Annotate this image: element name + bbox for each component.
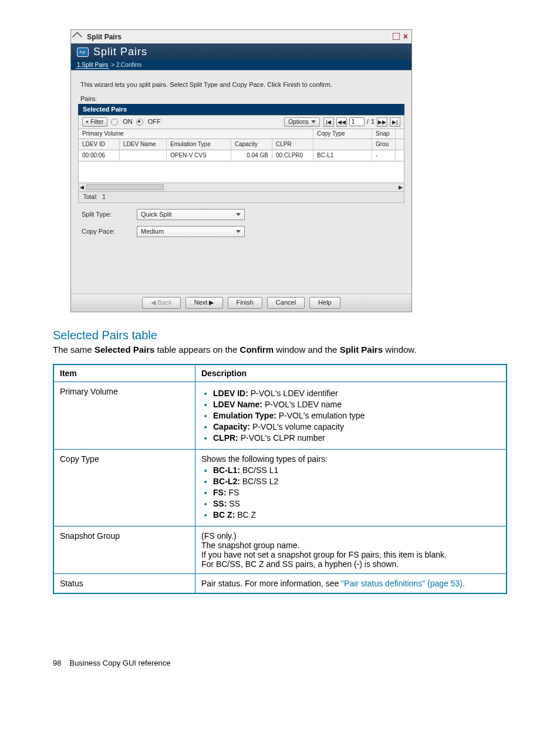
filter-off-radio[interactable] [136, 119, 143, 126]
wizard-description: This wizard lets you split pairs. Select… [80, 81, 402, 89]
item-cell: Primary Volume [53, 382, 195, 449]
cell-ldev-id: 00:00:06 [79, 150, 120, 161]
pairs-label: Pairs: [80, 95, 404, 103]
cell-emulation-type: OPEN-V CVS [167, 150, 231, 161]
table-row[interactable]: 00:00:06 OPEN-V CVS 0.04 GB 00:CLPR0 BC-… [78, 150, 404, 161]
selected-pairs-header: Selected Pairs [78, 104, 404, 115]
th-item: Item [53, 364, 195, 382]
table-row: Snapshot Group (FS only.) The snapshot g… [53, 526, 507, 573]
desc-cell: Pair status. For more information, see "… [195, 573, 507, 593]
table-row: Status Pair status. For more information… [53, 573, 507, 593]
next-button[interactable]: Next ▶ [185, 297, 223, 308]
filter-button[interactable]: Filter [82, 117, 107, 127]
page-last-button[interactable]: ▶| [390, 117, 400, 127]
chevron-down-icon [236, 230, 241, 233]
back-button[interactable]: ◀ Back [142, 297, 181, 308]
wizard-footer: ◀ Back Next ▶ Finish Cancel Help [71, 293, 411, 311]
table-empty-area [78, 161, 404, 183]
table-total-row: Total: 1 [78, 192, 404, 203]
breadcrumb-step2[interactable]: 2.Confirm [116, 62, 141, 68]
section-title: Selected Pairs table [53, 329, 507, 342]
chevron-down-icon [311, 120, 316, 123]
desc-cell: LDEV ID: P-VOL's LDEV identifier LDEV Na… [195, 382, 507, 449]
window-title: Split Pairs [87, 33, 122, 41]
filter-on-radio[interactable] [111, 119, 118, 126]
help-button[interactable]: Help [309, 297, 340, 308]
description-table: Item Description Primary Volume LDEV ID:… [53, 364, 507, 594]
breadcrumb: 1.Split Pairs > 2.Confirm [71, 60, 411, 70]
wizard-header: hp Split Pairs [71, 43, 411, 61]
pager: |◀ ◀◀ / 1 ▶▶ ▶| [323, 117, 400, 127]
table-group-header: Primary Volume Copy Type Snap [78, 129, 404, 139]
page-total: 1 [371, 118, 375, 126]
col-snapshot-sub: Grou [372, 139, 396, 150]
chevron-up-icon [86, 121, 88, 123]
table-row: Primary Volume LDEV ID: P-VOL's LDEV ide… [53, 382, 507, 449]
cell-clpr: 00:CLPR0 [272, 150, 313, 161]
split-type-row: Split Type: Quick Split [82, 209, 404, 220]
options-button[interactable]: Options [284, 117, 319, 127]
page-next-button[interactable]: ▶▶ [377, 117, 387, 127]
finish-button[interactable]: Finish [228, 297, 262, 308]
close-icon[interactable]: × [403, 32, 408, 42]
scroll-thumb[interactable] [86, 184, 164, 190]
filter-off-label: OFF [148, 118, 161, 126]
table-toolbar: Filter ON OFF Options |◀ ◀◀ / 1 ▶▶ [78, 115, 404, 129]
th-description: Description [195, 364, 507, 382]
split-pairs-wizard: Split Pairs × hp Split Pairs 1.Split Pai… [70, 29, 412, 312]
copy-pace-row: Copy Pace: Medium [82, 226, 404, 237]
scroll-left-icon[interactable]: ◀ [80, 184, 84, 191]
header-title: Split Pairs [93, 46, 147, 59]
group-primary-volume: Primary Volume [79, 129, 313, 139]
col-ldev-name[interactable]: LDEV Name [120, 139, 167, 150]
copy-pace-select[interactable]: Medium [137, 226, 245, 237]
col-emulation-type[interactable]: Emulation Type [167, 139, 231, 150]
scroll-right-icon[interactable]: ▶ [399, 184, 403, 191]
col-ldev-id[interactable]: LDEV ID [79, 139, 120, 150]
item-cell: Snapshot Group [53, 526, 195, 573]
col-clpr[interactable]: CLPR [272, 139, 313, 150]
col-capacity[interactable]: Capacity [231, 139, 272, 150]
cell-ldev-name [120, 150, 167, 161]
cell-copy-type: BC-L1 [313, 150, 372, 161]
cell-snapshot: - [372, 150, 396, 161]
page-first-button[interactable]: |◀ [323, 117, 334, 127]
page-prev-button[interactable]: ◀◀ [336, 117, 347, 127]
chapter-name: Business Copy GUI reference [69, 659, 170, 667]
breadcrumb-step1[interactable]: 1.Split Pairs [76, 62, 109, 69]
hp-logo-icon: hp [77, 48, 89, 57]
item-cell: Status [53, 573, 195, 593]
split-type-label: Split Type: [82, 211, 129, 218]
cell-capacity: 0.04 GB [231, 150, 272, 161]
collapse-icon[interactable] [72, 32, 82, 42]
table-column-header: LDEV ID LDEV Name Emulation Type Capacit… [78, 139, 404, 150]
total-value: 1 [102, 194, 106, 200]
desc-cell: Shows the following types of pairs: BC-L… [195, 449, 507, 526]
page-number: 98 [53, 659, 61, 667]
page-current-input[interactable] [349, 117, 365, 126]
group-snapshot: Snap [372, 129, 396, 139]
filter-on-label: ON [123, 118, 133, 126]
copy-pace-label: Copy Pace: [82, 228, 129, 235]
split-type-select[interactable]: Quick Split [137, 209, 245, 220]
chevron-down-icon [236, 213, 241, 216]
section-intro: The same Selected Pairs table appears on… [53, 345, 507, 355]
horizontal-scrollbar[interactable]: ◀ ▶ [78, 183, 404, 192]
window-titlebar: Split Pairs × [71, 30, 411, 43]
maximize-icon[interactable] [393, 33, 400, 40]
pair-status-link[interactable]: "Pair status definitions" (page 53) [341, 579, 463, 588]
item-cell: Copy Type [53, 449, 195, 526]
desc-cell: (FS only.) The snapshot group name. If y… [195, 526, 507, 573]
table-row: Copy Type Shows the following types of p… [53, 449, 507, 526]
page-footer: 98 Business Copy GUI reference [53, 659, 507, 667]
group-copy-type: Copy Type [313, 129, 372, 139]
cancel-button[interactable]: Cancel [267, 297, 305, 308]
